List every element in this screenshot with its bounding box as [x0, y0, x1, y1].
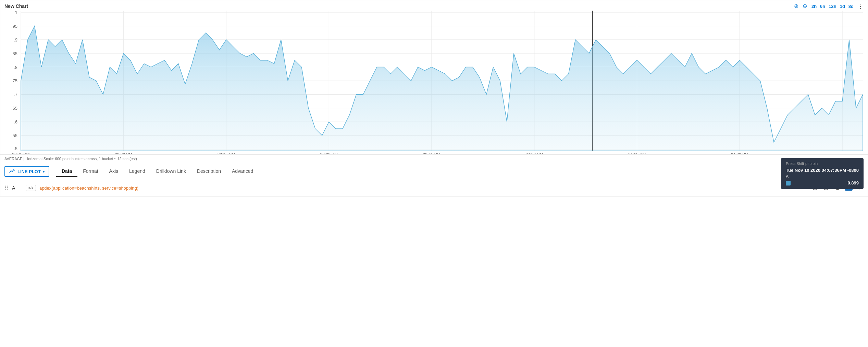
svg-text:.55: .55 — [11, 133, 17, 138]
svg-text:03:30 PM: 03:30 PM — [320, 152, 338, 154]
svg-text:.8: .8 — [14, 65, 17, 70]
tab-drilldown-link[interactable]: Drilldown Link — [151, 166, 191, 177]
zoom-out-button[interactable]: ⊖ — [802, 3, 808, 9]
svg-text:03:45 PM: 03:45 PM — [423, 152, 440, 154]
chart-tooltip: Press Shift-p to pin Tue Nov 10 2020 04:… — [781, 158, 864, 189]
time-range-12h[interactable]: 12h — [828, 4, 837, 9]
svg-text:.6: .6 — [14, 119, 17, 124]
chart-title: New Chart — [4, 3, 28, 9]
svg-text:1: 1 — [15, 11, 17, 15]
time-range-2h[interactable]: 2h — [810, 4, 818, 9]
data-row: ⠿ A </> apdex(application=beachshirts, s… — [0, 180, 868, 196]
tab-format[interactable]: Format — [77, 166, 103, 177]
footer-average-label: AVERAGE | Horizontal Scale: 600 point bu… — [4, 157, 137, 161]
row-query: apdex(application=beachshirts, service=s… — [39, 186, 806, 191]
chart-more-button[interactable]: ⋮ — [857, 3, 864, 9]
chart-header: New Chart ⊕ ⊖ 2h 6h 12h 1d 8d ⋮ — [0, 0, 868, 11]
tooltip-date: Tue Nov 10 2020 04:07:36PM -0800 — [786, 168, 859, 173]
tab-axis[interactable]: Axis — [104, 166, 124, 177]
chart-container: New Chart ⊕ ⊖ 2h 6h 12h 1d 8d ⋮ — [0, 0, 868, 196]
svg-text:04:15 PM: 04:15 PM — [628, 152, 646, 154]
svg-text:.5: .5 — [14, 146, 17, 151]
code-toggle-button[interactable]: </> — [26, 185, 36, 191]
svg-text:.85: .85 — [11, 51, 17, 56]
time-range-1d[interactable]: 1d — [839, 4, 846, 9]
chart-svg: 1 .95 .9 .85 .8 .75 .7 .65 .6 .55 .5 — [0, 11, 868, 154]
svg-text:.9: .9 — [14, 37, 17, 43]
tooltip-series: A — [786, 174, 859, 179]
tab-description[interactable]: Description — [191, 166, 226, 177]
svg-text:.95: .95 — [11, 24, 17, 29]
svg-text:04:00 PM: 04:00 PM — [525, 152, 543, 154]
chart-footer-info: AVERAGE | Horizontal Scale: 600 point bu… — [0, 155, 868, 163]
svg-text:.7: .7 — [14, 92, 17, 97]
svg-text:03:15 PM: 03:15 PM — [218, 152, 235, 154]
tab-list: Data Format Axis Legend Drilldown Link D… — [56, 166, 259, 177]
time-range-buttons: 2h 6h 12h 1d 8d — [810, 4, 855, 9]
tab-advanced[interactable]: Advanced — [226, 166, 259, 177]
row-label: A — [12, 185, 22, 191]
svg-text:02:45 PM: 02:45 PM — [12, 152, 29, 154]
tabs-toolbar: LINE PLOT ▾ Data Format Axis Legend Dril… — [0, 163, 868, 180]
line-chart-icon — [9, 169, 15, 174]
tooltip-value: 0.899 — [847, 180, 859, 186]
svg-text:.75: .75 — [11, 79, 17, 84]
svg-text:.65: .65 — [11, 106, 17, 111]
chevron-down-icon: ▾ — [43, 170, 45, 174]
tab-data[interactable]: Data — [56, 166, 77, 177]
tooltip-value-row: 0.899 — [786, 180, 859, 186]
svg-text:03:00 PM: 03:00 PM — [115, 152, 132, 154]
tooltip-hint: Press Shift-p to pin — [786, 161, 859, 166]
chart-area: 1 .95 .9 .85 .8 .75 .7 .65 .6 .55 .5 — [0, 11, 868, 155]
chart-type-button[interactable]: LINE PLOT ▾ — [4, 166, 49, 177]
chart-type-label: LINE PLOT — [17, 169, 41, 174]
tab-legend[interactable]: Legend — [124, 166, 151, 177]
drag-handle-icon[interactable]: ⠿ — [4, 185, 9, 191]
svg-text:04:30 PM: 04:30 PM — [731, 152, 748, 154]
time-range-6h[interactable]: 6h — [819, 4, 826, 9]
chart-controls: ⊕ ⊖ 2h 6h 12h 1d 8d ⋮ — [793, 3, 864, 9]
zoom-in-button[interactable]: ⊕ — [793, 3, 799, 9]
tooltip-color-swatch — [786, 181, 791, 186]
time-range-8d[interactable]: 8d — [847, 4, 855, 9]
